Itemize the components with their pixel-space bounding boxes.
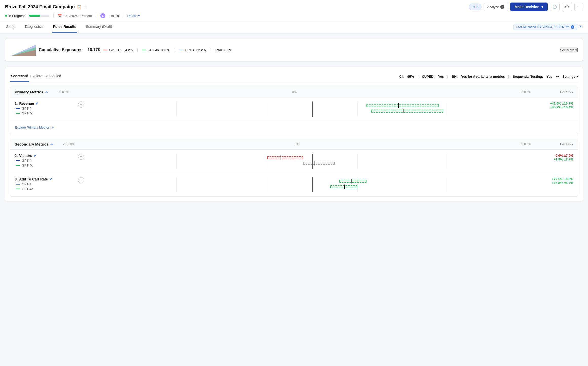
sec-delta-header: Delta % ▾ <box>535 143 573 146</box>
refresh-button[interactable]: ↻ <box>579 24 583 30</box>
verified-icon-visitors: ✔ <box>34 154 37 158</box>
tab-scheduled[interactable]: Scheduled <box>43 71 62 82</box>
revenue-gpt4-delta: +41.6% ±16.7% <box>540 101 573 105</box>
avatar: L <box>100 13 105 18</box>
status-badge: In Progress <box>5 14 25 18</box>
legend-dot-green <box>142 50 146 50</box>
primary-chart-header: -100.0% 0% +100.0% <box>53 90 535 94</box>
cuped-label: CUPED: <box>422 75 435 78</box>
delta-header: Delta % ▾ <box>535 90 573 94</box>
visitors-inner: 2. Visitors ✔ GPT-4 GPT-4o + <box>15 154 573 169</box>
tab-summary[interactable]: Summary (Draft) <box>85 21 113 33</box>
main-content: Cumulative Exposures 10.17K GPT-3.5 34.2… <box>0 33 588 207</box>
meta-row: In Progress 📅 10/3/2024 - Present L Lin … <box>5 13 583 18</box>
chevron-down-icon: ▾ <box>576 75 578 78</box>
metric-name-cart: 3. Add To Cart Rate ✔ <box>15 177 76 181</box>
exposures-value: 10.17K <box>88 48 101 52</box>
cart-gpt4o-center <box>344 185 345 189</box>
chevron-down-icon: ▾ <box>572 143 573 146</box>
tab-diagnostics[interactable]: Diagnostics <box>24 21 44 33</box>
history-button[interactable]: 🕐 <box>550 3 560 11</box>
revenue-gpt4o-center <box>403 109 403 113</box>
nav-tabs: Setup Diagnostics Pulse Results Summary … <box>0 21 588 33</box>
variant-line-green-c <box>16 189 20 189</box>
revenue-gpt4o-delta: +45.2% ±16.4% <box>540 105 573 109</box>
ci-label: CI: <box>399 75 404 78</box>
edit-secondary-metrics-icon[interactable]: ✏ <box>50 142 53 146</box>
cart-center-line <box>312 177 313 192</box>
cart-chart <box>86 177 538 192</box>
copy-icon[interactable]: 📋 <box>77 5 82 9</box>
legend-dot-blue <box>179 50 183 50</box>
bh-value: Yes for # variants, # metrics <box>461 75 505 78</box>
primary-metrics-header: Primary Metrics ✏ -100.0% 0% +100.0% Del… <box>10 87 578 97</box>
variant-line-green-v <box>16 165 20 166</box>
status-dot <box>5 15 7 17</box>
cart-variant-gpt4: GPT-4 <box>15 182 76 186</box>
legend-divider1: | <box>137 48 138 52</box>
add-metric-button[interactable]: + <box>78 101 84 108</box>
explore-primary-metrics-link[interactable]: Explore Primary Metrics ↗ <box>15 123 54 130</box>
code-button[interactable]: </> <box>562 3 572 11</box>
add-visitors-button[interactable]: + <box>78 154 84 160</box>
details-link[interactable]: Details ▾ <box>127 14 140 18</box>
revenue-delta: +41.6% ±16.7% +45.2% ±16.4% <box>540 101 573 117</box>
cart-gpt4-delta: +22.5% ±6.8% <box>540 177 573 181</box>
top-actions: ↻ 2 Analyze i Make Decision ▾ 🕐 </> ··· <box>469 3 583 11</box>
visitors-variant-gpt4: GPT-4 <box>15 159 76 162</box>
star-icon[interactable]: ☆ <box>84 5 87 9</box>
explore-section: Explore Primary Metrics ↗ <box>10 121 578 134</box>
variant-gpt4o: GPT-4o <box>15 111 76 115</box>
sec-col-pos: +100.0% <box>515 143 535 146</box>
chevron-down-icon: ▾ <box>572 90 573 94</box>
scorecard-wrapper: Scorecard Explore Scheduled CI: 95% | CU… <box>5 67 583 201</box>
revenue-gpt4o-interval <box>371 110 443 113</box>
metric-row-revenue: 1. Revenue ✔ GPT-4 GPT-4o + <box>10 97 578 121</box>
add-cart-button[interactable]: + <box>78 177 84 183</box>
external-link-icon: ↗ <box>51 126 54 129</box>
visitors-gpt4-interval <box>267 156 303 159</box>
cuped-value: Yes <box>438 75 444 78</box>
cart-delta: +22.5% ±6.8% +16.8% ±6.7% <box>540 177 573 192</box>
analyze-button[interactable]: Analyze i <box>484 3 508 11</box>
see-more-button[interactable]: See More ▾ <box>560 48 578 52</box>
legend-dot-red <box>104 50 108 50</box>
tab-explore[interactable]: Explore <box>29 71 43 82</box>
tab-scorecard[interactable]: Scorecard <box>10 71 29 82</box>
edit-primary-metrics-icon[interactable]: ✏ <box>45 90 48 94</box>
legend-divider2: | <box>174 48 175 52</box>
chart-center-line <box>312 101 313 117</box>
badge-button[interactable]: ↻ 2 <box>469 4 481 10</box>
calendar-icon: 📅 <box>58 14 62 18</box>
tab-setup[interactable]: Setup <box>5 21 16 33</box>
legend-gpt4: GPT-4 32.2% <box>179 48 206 52</box>
scorecard-nav: Scorecard Explore Scheduled CI: 95% | CU… <box>10 71 578 82</box>
page-title: Braze Fall 2024 Email Campaign <box>5 4 75 10</box>
variant-line-blue <box>16 108 20 109</box>
ci-value: 95% <box>407 75 414 78</box>
settings-button[interactable]: Settings ▾ <box>562 75 578 78</box>
divider2 <box>96 14 96 18</box>
exposures-card: Cumulative Exposures 10.17K GPT-3.5 34.2… <box>5 38 583 62</box>
metric-row-visitors: 2. Visitors ✔ GPT-4 GPT-4o + <box>10 150 578 173</box>
edit-icon[interactable]: ✏ <box>556 75 559 79</box>
visitors-chart <box>86 154 538 169</box>
tab-pulse-results[interactable]: Pulse Results <box>52 21 77 33</box>
primary-metrics-title: Primary Metrics <box>15 90 43 94</box>
metric-name-revenue: 1. Revenue ✔ <box>15 101 76 106</box>
secondary-metrics-section: Secondary Metrics ✏ -100.0% 0% +100.0% D… <box>10 139 578 197</box>
visitors-delta: -9.6% ±7.9% +1.9% ±7.7% <box>540 154 573 169</box>
metric-name-area: 1. Revenue ✔ GPT-4 GPT-4o <box>15 101 76 117</box>
more-options-button[interactable]: ··· <box>574 3 583 11</box>
sec-col-zero: 0% <box>287 143 307 146</box>
variant-line-green <box>16 113 20 114</box>
make-decision-button[interactable]: Make Decision ▾ <box>510 3 548 11</box>
info-icon: i <box>500 5 504 9</box>
exposures-row: Cumulative Exposures 10.17K GPT-3.5 34.2… <box>10 44 578 56</box>
user-name: Lin Jia <box>109 14 119 18</box>
chevron-down-icon: ▾ <box>138 14 140 18</box>
legend-items: GPT-3.5 34.2% | GPT-4o 33.6% | GPT-4 32.… <box>104 48 557 52</box>
exposures-chart <box>10 44 36 56</box>
chevron-down-icon: ▾ <box>575 48 577 52</box>
legend-gpt35: GPT-3.5 34.2% <box>104 48 133 52</box>
